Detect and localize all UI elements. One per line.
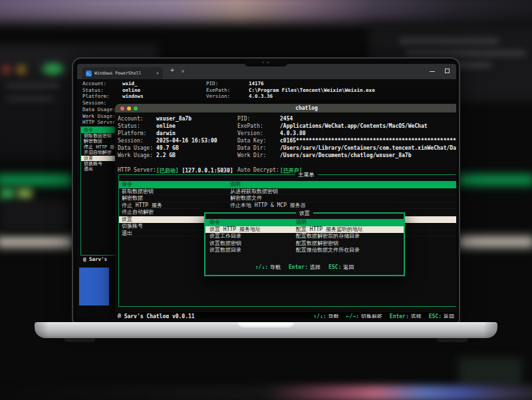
chatlog-titlebar[interactable]: chatlog [115,104,456,112]
ps-info-label: Session: [82,100,106,106]
main-menu-item[interactable]: 解密数据解密数据文件 [119,195,456,202]
chatlog-info-value: 2.2 GB [156,152,176,158]
camera-icon [262,61,264,63]
laptop-lid-notch-indent [237,322,295,329]
ps-info-value2: C:\Program Files\Tencent\Weixin\Weixin.e… [249,87,375,93]
settings-popup-item[interactable]: 设置 HTTP 服务地址配置 HTTP 服务监听的地址 [205,226,404,234]
settings-item-cmd: 设置工作目录 [209,233,241,240]
key-hint-label: 导航 [270,264,281,270]
chatlog-info-label2: Work Dir: [237,152,266,158]
chatlog-info-label: Session: [118,138,144,144]
settings-popup-item[interactable]: 设置数据目录配置微信数据文件所在目录 [205,247,404,254]
key-hint: ↑/↓:导航 [255,264,281,271]
tab-close-icon[interactable]: × [156,71,159,76]
laptop-lid: >_ Windows PowerShell × + ∨ Account:wxid… [72,57,460,323]
ps-info-value: windows [122,93,144,99]
maximize-button[interactable] [445,69,450,73]
main-menu-item[interactable]: 获取数据密钥从进程获取数据密钥 [119,188,456,196]
key-hint-label: 切换标签 [361,313,382,318]
menu-item-cmd: 停止自动解密 [122,209,154,216]
key-hint-key: Enter: [289,264,308,270]
settings-popup: 设置 命令 说明 设置 HTTP 服务地址配置 HTTP 服务监听的地址设置工作… [204,212,405,276]
ps-info-value: online [122,87,140,93]
key-hint-label: 选择 [411,313,422,318]
settings-popup-item[interactable]: 设置工作目录配置数据解密后的存储目录 [205,233,404,240]
camera-notch [244,59,288,67]
ps-info-row: Platform:windowsVersion:4.0.3.36 [77,93,456,100]
chatlog-info-value: darwin [156,130,176,136]
menu-item-cmd: 切换账号 [122,223,143,230]
chatlog-info-label: Status: [118,123,140,129]
tab-dropdown-icon[interactable]: ∨ [182,69,184,74]
key-hint: Enter:选择 [390,313,422,318]
chatlog-info-label: Work Usage: [118,152,153,158]
ps-info-value2: 4.0.3.36 [249,93,273,99]
background-bottom-gradient [0,385,532,400]
chatlog-info-label2: Version: [237,130,263,136]
background-blur-white-band-left [0,236,73,248]
chatlog-window-title: chatlog [115,105,456,111]
ps-info-label: Data Usage: [82,106,116,112]
chatlog-info-label2: ExePath: [237,123,263,129]
chatlog-info-label2: Data Dir: [237,145,266,151]
chatlog-body: Account:wxuser_8a7bPID:2454Status:online… [115,112,456,312]
new-tab-button[interactable]: + [170,67,174,74]
laptop-base [35,322,497,338]
main-menu-item[interactable]: 停止 HTTP 服务停止本地 HTTP & MCP 服务器 [119,202,456,210]
chatlog-info-label: Data Usage: [118,145,153,151]
main-menu-header: 命令 说明 [119,181,456,188]
key-hint-label: 返回 [444,313,454,318]
background-blur-traffic-green [43,63,64,75]
background-blur-textline [399,39,499,44]
chatlog-info-value: wxuser_8a7b [156,116,192,122]
chatlog-info-row: Work Usage:2.2 GBWork Dir:/Users/sarv/Do… [115,152,456,160]
chatlog-info-value2: c0165***********************************… [280,138,456,144]
ps-info-value: wxid_ [122,81,138,87]
chatlog-info-row: Session:2025-04-16 16:53:00Data Key:c016… [115,138,456,145]
key-hint-label: 返回 [343,264,354,270]
key-hint: ESC:返回 [429,313,454,318]
settings-item-cmd: 设置数据目录 [209,247,241,254]
menu-item-desc: 停止本地 HTTP & MCP 服务器 [230,202,306,210]
key-hint: Enter:选择 [289,264,321,271]
main-menu-col-desc: 说明 [230,181,241,188]
key-hint-key: ESC: [429,313,442,318]
chatlog-info-value: 49.7 GB [156,145,179,151]
background-blur-green-band-left [0,174,73,186]
auto-decrypt-label: Auto Decrypt: [237,167,279,173]
settings-item-cmd: 设置数据密钥 [209,240,241,248]
chatlog-info-row: Platform:darwinVersion:4.0.3.80 [115,130,456,138]
background-blur-textline [406,51,525,56]
settings-popup-header: 命令 说明 [205,219,404,226]
ps-info-row: Status:onlineExePath:C:\Program Files\Te… [77,87,456,94]
background-blur-traffic-red [3,66,10,73]
minimize-button[interactable] [430,71,435,72]
menu-item-cmd: 解密数据 [122,195,143,202]
chatlog-info-row: Status:onlineExePath:/Applications/WeCha… [115,123,456,130]
menu-item-cmd: 设置 [122,216,132,224]
settings-item-desc: 配置数据解密密钥 [296,240,338,248]
laptop-screen: >_ Windows PowerShell × + ∨ Account:wxid… [77,64,456,318]
powershell-tab[interactable]: >_ Windows PowerShell × [82,67,163,79]
ps-info-label: Work Usage: [82,113,116,119]
desktop-background: >_ Windows PowerShell × + ∨ Account:wxid… [0,0,532,400]
menu-item-desc: 解密数据文件 [230,195,262,202]
key-hint: ↑/↓:导航 [313,313,338,318]
powershell-icon: >_ [86,71,92,77]
background-blur-textblock-bottomright [459,358,522,386]
chatlog-status-bar: @ Sarv's Chatlog v0.0.11 ↑/↓:导航←/→:切换标签E… [118,313,454,318]
main-menu-title: 主菜单 [295,172,318,178]
ps-info-label: Status: [82,87,104,93]
chatlog-info-label: Account: [118,116,144,122]
chatlog-info-row: Account:wxuser_8a7bPID:2454 [115,116,456,123]
camera-indicator-light [267,62,269,63]
chatlog-info-value2: 2454 [280,116,293,122]
background-blur-textline [7,97,53,101]
background-blur-textblock-left [0,200,70,232]
powershell-tab-title: Windows PowerShell [94,71,154,76]
settings-item-desc: 配置 HTTP 服务监听的地址 [296,226,363,234]
key-hint-key: ESC: [329,264,341,270]
menu-item-cmd: 退出 [122,230,132,238]
status-app-version: @ Sarv's Chatlog v0.0.11 [118,313,195,318]
settings-popup-item[interactable]: 设置数据密钥配置数据解密密钥 [205,240,404,248]
